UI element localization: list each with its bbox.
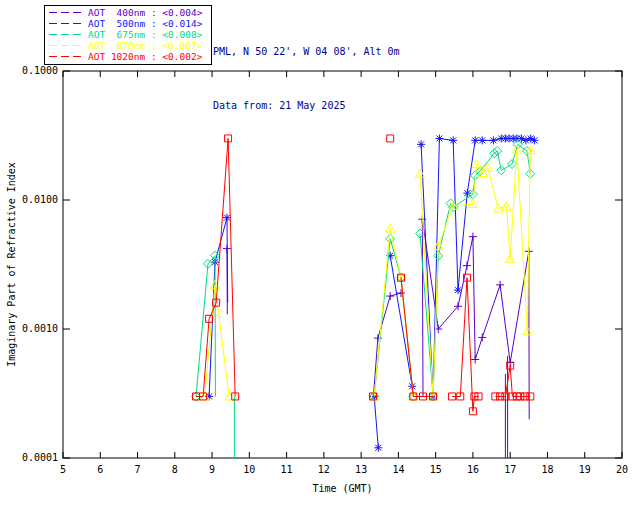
series-line [374, 397, 378, 448]
series-line [495, 366, 530, 397]
x-tick-label: 17 [504, 464, 516, 475]
x-tick-label: 7 [135, 464, 141, 475]
y-tick-label: 0.0001 [22, 452, 58, 463]
series-aot-870nm [200, 145, 535, 400]
y-tick-label: 0.1000 [22, 65, 58, 76]
data-point-asterisk-marker [530, 136, 538, 144]
data-point-plus-marker [471, 356, 479, 364]
legend-item-aot-675nm: AOT 675nm : <0.008> [49, 29, 209, 40]
y-axis-title: Imaginary Part of Refractive Index [6, 162, 17, 367]
data-point-plus-marker [463, 262, 471, 270]
legend-label: AOT 675nm : <0.008> [88, 29, 202, 40]
x-tick-label: 9 [209, 464, 215, 475]
data-point-asterisk-marker [471, 136, 479, 144]
x-tick-label: 12 [318, 464, 330, 475]
legend-dash-sample [49, 12, 83, 13]
plot-header: PML, N 50 22', W 04 08', Alt 0m Data fro… [213, 7, 400, 151]
x-tick-label: 11 [281, 464, 293, 475]
station-location-text: PML, N 50 22', W 04 08', Alt 0m [213, 43, 400, 61]
x-tick-label: 8 [172, 464, 178, 475]
legend-label: AOT 870nm : <0.007> [88, 40, 202, 51]
data-point-asterisk-marker [374, 444, 382, 452]
x-tick-label: 13 [355, 464, 367, 475]
x-tick-label: 20 [616, 464, 628, 475]
x-tick-label: 18 [541, 464, 553, 475]
series-line [205, 285, 230, 397]
legend-dash-sample [49, 56, 83, 57]
data-point-asterisk-marker [454, 286, 462, 294]
x-axis-title: Time (GMT) [312, 483, 372, 494]
data-point-plus-marker [397, 289, 405, 297]
data-point-asterisk-marker [449, 136, 457, 144]
x-tick-label: 16 [467, 464, 479, 475]
series-line [422, 219, 423, 396]
legend-label: AOT 1020nm : <0.002> [88, 51, 202, 62]
data-point-asterisk-marker [435, 134, 443, 142]
data-point-asterisk-marker [478, 136, 486, 144]
y-tick-label: 0.0100 [22, 194, 58, 205]
data-point-plus-marker [478, 333, 486, 341]
legend-item-aot-400nm: AOT 400nm : <0.004> [49, 7, 209, 18]
data-point-asterisk-marker [417, 140, 425, 148]
legend-label: AOT 500nm : <0.014> [88, 18, 202, 29]
series-aot-500nm [205, 134, 538, 451]
x-tick-label: 6 [97, 464, 103, 475]
aeronet-refractive-index-page: 5678910111213141516171819200.10000.01000… [0, 0, 640, 512]
legend-label: AOT 400nm : <0.004> [88, 7, 202, 18]
legend-item-aot-500nm: AOT 500nm : <0.014> [49, 18, 209, 29]
series-line [227, 218, 228, 303]
series-line [374, 229, 413, 397]
x-tick-label: 14 [392, 464, 404, 475]
series-aot-400nm [223, 215, 533, 458]
y-tick-label: 0.0010 [22, 323, 58, 334]
legend-item-aot-870nm: AOT 870nm : <0.007> [49, 40, 209, 51]
data-point-plus-marker [386, 292, 394, 300]
data-date-text: Data from: 21 May 2025 [213, 97, 400, 115]
x-tick-label: 10 [243, 464, 255, 475]
data-point-asterisk-marker [489, 136, 497, 144]
legend-dash-sample [49, 34, 83, 35]
legend-dash-sample [49, 23, 83, 24]
series-line [374, 239, 413, 397]
data-point-plus-marker [469, 233, 477, 241]
data-point-plus-marker [496, 281, 504, 289]
x-tick-label: 19 [579, 464, 591, 475]
legend: AOT 400nm : <0.004>AOT 500nm : <0.014>AO… [44, 5, 212, 65]
series-line [390, 256, 412, 387]
legend-dash-sample [49, 45, 83, 46]
series-aot-675nm [192, 140, 535, 458]
x-tick-label: 15 [430, 464, 442, 475]
x-tick-label: 5 [60, 464, 66, 475]
legend-item-aot-1020nm: AOT 1020nm : <0.002> [49, 51, 209, 62]
